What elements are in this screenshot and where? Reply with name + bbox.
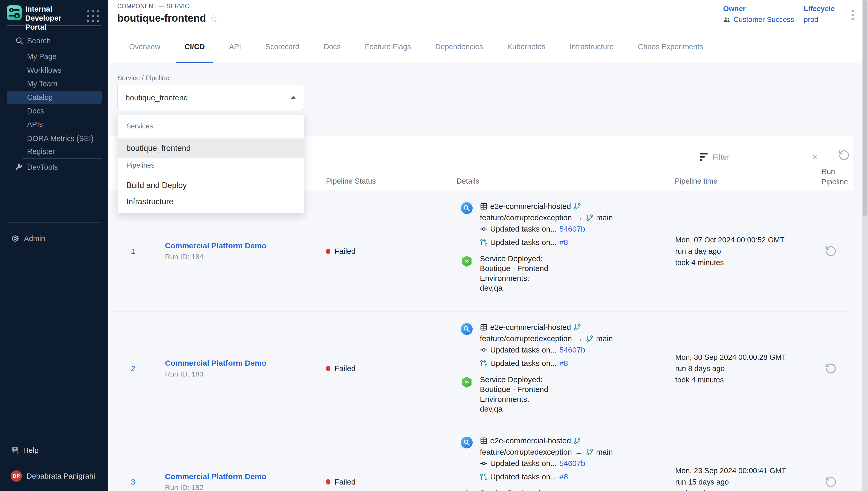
pipeline-time-cell: Mon, 07 Oct 2024 00:00:52 GMTrun a day a… [675,234,822,268]
filter-box: × [699,149,814,165]
dropdown-option-boutique-frontend[interactable]: boutique_frontend [118,139,304,158]
repository-icon [480,437,488,444]
git-branch-icon [586,214,593,222]
pipeline-link[interactable]: Commercial Platform Demo [165,241,326,250]
run-index: 3 [131,478,165,486]
run-pipeline-button[interactable] [825,245,837,257]
source-branch: feature/corruptedexception [480,334,572,343]
user-name: Debabrata Panigrahi [27,472,95,481]
tab-dependencies[interactable]: Dependencies [423,30,495,63]
commit-message: Updated tasks on... [490,346,557,354]
commit-sha-link[interactable]: 54607b [559,346,585,354]
tab-cicd[interactable]: CI/CD [173,30,217,63]
status-text: Failed [335,364,355,373]
git-commit-icon [480,460,488,467]
pr-message: Updated tasks on... [490,359,557,368]
cd-stage-icon: ∞ [461,490,473,491]
pipeline-link[interactable]: Commercial Platform Demo [165,359,326,368]
run-pipeline-button[interactable] [825,476,837,488]
vertical-scrollbar[interactable] [862,0,868,491]
sidebar-item-search[interactable]: Search [0,34,108,48]
commit-sha-link[interactable]: 54607b [559,459,585,468]
cicd-content: Service / Pipeline boutique_frontend × P… [108,63,868,491]
internal-developer-portal: Internal Developer Portal Search My Page… [0,0,868,491]
service-pipeline-select[interactable]: boutique_frontend [118,85,304,110]
admin-divider [7,222,101,223]
run-id: Run ID: 183 [165,370,326,378]
wrench-icon [14,163,23,172]
clear-filter-icon[interactable]: × [812,152,817,162]
git-branch-icon [574,437,581,444]
sidebar-item-catalog[interactable]: Catalog [7,91,102,104]
main-area: COMPONENT — SERVICE boutique-frontend ☆ … [108,0,868,491]
sidebar-item-register[interactable]: Register [0,145,108,158]
deploy-line: Service Deployed: [480,375,548,384]
target-branch: main [596,213,613,222]
owner-link[interactable]: Customer Success [734,16,794,24]
tab-infrastructure[interactable]: Infrastructure [557,30,626,63]
tab-kubernetes[interactable]: Kubernetes [495,30,557,63]
git-branch-icon [586,335,593,343]
scrollbar-thumb[interactable] [863,0,867,216]
tab-scorecard[interactable]: Scorecard [253,30,312,63]
tab-overview[interactable]: Overview [117,30,173,63]
tab-docs[interactable]: Docs [312,30,353,63]
sidebar: Internal Developer Portal Search My Page… [0,0,108,491]
repo-name[interactable]: e2e-commercial-hosted [490,436,571,445]
app-title: Internal Developer Portal [25,5,80,32]
pr-number-link[interactable]: #8 [559,472,568,481]
more-options-icon[interactable] [847,7,858,23]
arrow-right-icon: → [575,213,583,222]
sidebar-item-my-team[interactable]: My Team [0,77,108,90]
sidebar-item-help[interactable]: ? Help [0,443,108,457]
status-text: Failed [335,478,355,486]
user-avatar: DP [10,470,22,482]
deploy-line: Environments: [480,394,548,404]
deploy-line: Service Deployed: [480,488,548,491]
app-logo[interactable] [7,5,22,20]
ci-stage-icon [461,437,473,449]
sidebar-item-my-page[interactable]: My Page [0,50,108,63]
pr-number-link[interactable]: #8 [559,359,568,368]
column-header-pipeline-time: Pipeline time [675,177,717,185]
commit-sha-link[interactable]: 54607b [559,225,585,233]
pipeline-link[interactable]: Commercial Platform Demo [165,472,326,481]
repo-name[interactable]: e2e-commercial-hosted [490,323,571,331]
column-header-run-pipeline: Run Pipeline [822,166,855,187]
favorite-star-icon[interactable]: ☆ [209,13,218,24]
sidebar-item-dora-metrics[interactable]: DORA Metrics (SEI) [0,132,108,145]
sidebar-item-workflows[interactable]: Workflows [0,63,108,77]
svg-text:∞: ∞ [464,258,469,264]
git-branch-icon [574,323,581,331]
dropdown-option-build-and-deploy[interactable]: Build and Deploy [118,178,304,192]
user-menu[interactable]: DP Debabrata Panigrahi [0,469,108,483]
pipeline-time-cell: Mon, 23 Sep 2024 00:00:41 GMTrun 15 days… [675,465,822,491]
brand-divider [7,26,101,26]
repo-name[interactable]: e2e-commercial-hosted [490,202,571,211]
search-icon [15,36,24,45]
pr-message: Updated tasks on... [490,238,557,247]
tab-chaos-experiments[interactable]: Chaos Experiments [626,30,715,63]
sidebar-item-admin[interactable]: Admin [0,232,108,245]
help-chat-icon: ? [11,446,20,455]
sidebar-item-apis[interactable]: APIs [0,118,108,131]
filter-input[interactable] [712,153,812,162]
repository-icon [480,202,488,210]
chevron-up-icon [290,96,296,99]
pull-request-icon [480,359,488,367]
lifecycle-value: prod [804,16,835,24]
pr-number-link[interactable]: #8 [559,238,568,247]
sidebar-item-docs[interactable]: Docs [0,104,108,118]
lifecycle-label: Lifecycle [804,5,835,13]
run-pipeline-button[interactable] [825,363,837,374]
sidebar-item-devtools[interactable]: DevTools [0,161,108,174]
status-dot-failed [326,479,331,485]
tab-feature-flags[interactable]: Feature Flags [353,30,423,63]
git-commit-icon [480,346,488,354]
tab-api[interactable]: API [217,30,253,63]
dropdown-option-infrastructure[interactable]: Infrastructure [118,195,304,209]
service-pipeline-label: Service / Pipeline [118,74,169,82]
deploy-line: dev,qa [480,404,548,414]
app-switcher-icon[interactable] [86,9,100,23]
refresh-icon[interactable] [838,149,850,161]
